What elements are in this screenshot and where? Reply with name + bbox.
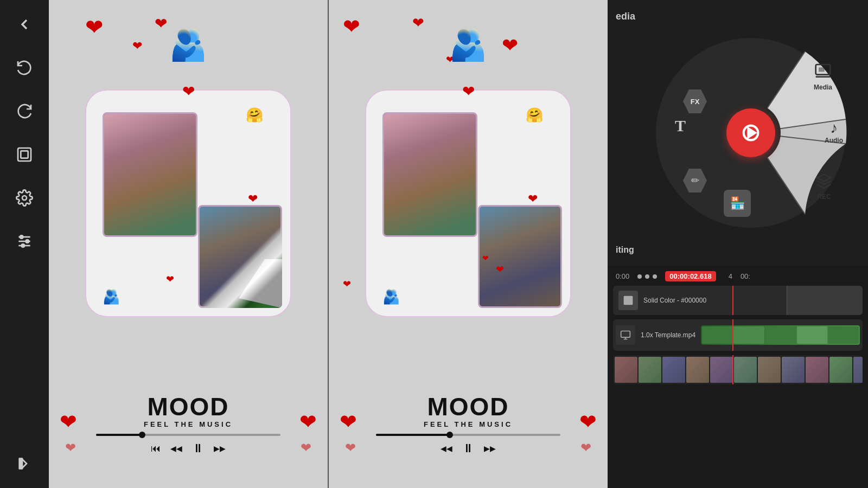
boy-photo-left bbox=[198, 205, 282, 308]
heart-scatter: ❤ bbox=[166, 273, 174, 285]
menu-item-text[interactable]: T bbox=[675, 117, 686, 135]
card-sticker-top-right: 🤗 bbox=[246, 107, 263, 124]
svg-rect-21 bbox=[624, 296, 633, 305]
girl-photo-right bbox=[382, 112, 477, 237]
music-section-left: MOOD FEEL THE MUSIC ⏮ ◀◀ ⏸ ▶▶ bbox=[96, 392, 280, 455]
film-frame bbox=[853, 357, 863, 383]
tick-dot bbox=[653, 274, 657, 279]
left-sidebar bbox=[0, 0, 49, 488]
back-button[interactable] bbox=[11, 11, 38, 38]
menu-item-audio[interactable]: ♪ Audio bbox=[825, 119, 843, 144]
film-frame bbox=[615, 357, 637, 383]
boy-photo-right bbox=[478, 205, 562, 308]
mood-title-left: MOOD bbox=[96, 392, 280, 421]
film-frame bbox=[829, 357, 852, 383]
svg-point-7 bbox=[26, 240, 29, 242]
heart-decoration: ❤ bbox=[85, 15, 104, 40]
adjust-button[interactable] bbox=[11, 228, 38, 255]
heart-card-top: ❤ bbox=[182, 82, 195, 100]
cartoon-couple-top-right: 🫂 bbox=[449, 27, 487, 63]
settings-button[interactable] bbox=[11, 184, 38, 211]
heart-bottom-right: ❤ bbox=[299, 410, 317, 434]
progress-dot-right bbox=[446, 432, 453, 438]
music-section-right: MOOD FEEL THE MUSIC ◀◀ ⏸ ▶▶ bbox=[376, 392, 560, 455]
play-pause-button-right[interactable]: ⏸ bbox=[462, 441, 474, 455]
track-icon-template bbox=[616, 325, 635, 345]
svg-rect-20 bbox=[748, 130, 754, 136]
prev-button-left[interactable]: ⏮ bbox=[151, 443, 161, 454]
template-label: 1.0x Template.mp4 bbox=[641, 331, 695, 339]
cartoon-couple-top: 🫂 bbox=[169, 27, 207, 63]
heart-decoration-r1: ❤ bbox=[343, 15, 360, 38]
svg-point-8 bbox=[22, 244, 24, 247]
film-frame bbox=[686, 357, 709, 383]
preview-area: ❤ ❤ ❤ 🫂 ❤ 🤗 bbox=[49, 0, 608, 488]
heart-decoration-r2: ❤ bbox=[412, 15, 424, 31]
media-label: Media bbox=[814, 84, 832, 91]
film-frame bbox=[710, 357, 733, 383]
film-strip-track[interactable] bbox=[613, 355, 863, 384]
film-frame bbox=[806, 357, 828, 383]
card-sticker-top-right-r: 🤗 bbox=[526, 107, 543, 124]
heart-sticker-mid-r: ❤ bbox=[528, 192, 538, 206]
heart-bottom-left-r2: ❤ bbox=[345, 440, 356, 455]
heart-sticker-mid: ❤ bbox=[248, 192, 258, 206]
progress-bar-right[interactable] bbox=[376, 434, 560, 436]
menu-item-media[interactable]: Media bbox=[814, 62, 832, 91]
rewind-button-right[interactable]: ◀◀ bbox=[441, 444, 452, 453]
film-frame bbox=[639, 357, 661, 383]
export-button[interactable] bbox=[11, 450, 38, 477]
film-frame bbox=[758, 357, 781, 383]
rewind-button-left[interactable]: ◀◀ bbox=[170, 444, 182, 453]
menu-item-fx[interactable]: FX bbox=[683, 89, 707, 113]
progress-bar-left[interactable] bbox=[96, 434, 280, 436]
timeline-cursor[interactable]: 00:00:02.618 bbox=[665, 271, 716, 281]
player-controls-left: ⏮ ◀◀ ⏸ ▶▶ bbox=[96, 441, 280, 455]
menu-item-store[interactable]: 🏪 bbox=[724, 190, 751, 217]
timeline-playhead bbox=[732, 286, 733, 315]
girl-photo-left bbox=[103, 112, 197, 237]
solid-color-track[interactable]: Solid Color - #000000 bbox=[613, 286, 863, 315]
heart-decoration: ❤ bbox=[132, 39, 142, 53]
phone-panel-right: ❤ ❤ ❤ ❤ ❤ 🫂 ❤ 🤗 ❤ 🫂 ❤ ❤ ❤ ❤ ❤ ❤ bbox=[329, 0, 608, 488]
menu-item-layer[interactable]: REC bbox=[816, 173, 832, 201]
svg-point-2 bbox=[22, 196, 27, 200]
menu-item-paint[interactable]: ✏ bbox=[683, 169, 707, 192]
track-bar-template bbox=[701, 325, 860, 345]
time-start: 0:00 bbox=[616, 272, 629, 280]
audio-label: Audio bbox=[825, 137, 843, 144]
player-controls-right: ◀◀ ⏸ ▶▶ bbox=[376, 441, 560, 455]
timeline-header: 0:00 00:00:02.618 4 00: bbox=[613, 271, 863, 281]
play-pause-button-left[interactable]: ⏸ bbox=[192, 441, 204, 455]
heart-decoration: ❤ bbox=[155, 15, 167, 33]
svg-point-6 bbox=[20, 235, 23, 238]
film-frame bbox=[734, 357, 757, 383]
undo-button[interactable] bbox=[11, 54, 38, 81]
redo-button[interactable] bbox=[11, 98, 38, 125]
film-strip bbox=[613, 355, 863, 384]
film-frame bbox=[662, 357, 685, 383]
progress-dot-left bbox=[139, 432, 145, 438]
film-playhead bbox=[732, 355, 733, 384]
photo-card-left: ❤ 🤗 ❤ 🫂 bbox=[85, 89, 291, 317]
svg-rect-1 bbox=[21, 151, 28, 158]
heart-bottom-left: ❤ bbox=[60, 410, 77, 434]
timeline: 0:00 00:00:02.618 4 00: Solid Color - #0… bbox=[608, 266, 868, 488]
template-track[interactable]: 1.0x Template.mp4 bbox=[613, 319, 863, 351]
heart-scatter-r2: ❤ bbox=[482, 254, 489, 262]
heart-bottom-right-r: ❤ bbox=[579, 410, 597, 434]
wheel-container: Media ♪ Audio REC T bbox=[653, 35, 848, 230]
heart-bottom-left-2: ❤ bbox=[65, 440, 76, 455]
progress-fill-left bbox=[96, 434, 142, 436]
heart-scatter-r1: ❤ bbox=[343, 278, 351, 290]
solid-color-label: Solid Color - #000000 bbox=[643, 297, 706, 304]
forward-button-left[interactable]: ▶▶ bbox=[214, 444, 226, 453]
phone-panel-left: ❤ ❤ ❤ 🫂 ❤ 🤗 bbox=[49, 0, 329, 488]
tick-dot bbox=[637, 274, 642, 279]
forward-button-right[interactable]: ▶▶ bbox=[484, 444, 496, 453]
rec-button[interactable] bbox=[726, 108, 775, 157]
right-panel: edia iting bbox=[608, 0, 868, 488]
frame-button[interactable] bbox=[11, 141, 38, 168]
track-icon-solid bbox=[618, 291, 638, 310]
progress-fill-right bbox=[376, 434, 450, 436]
